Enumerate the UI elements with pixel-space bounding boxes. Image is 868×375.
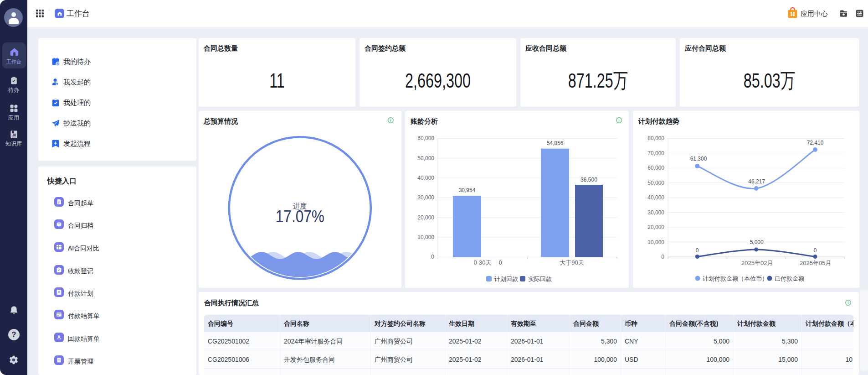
svg-text:2025年05月: 2025年05月 — [800, 260, 831, 266]
svg-text:60,000: 60,000 — [417, 135, 434, 141]
svg-text:10,000: 10,000 — [417, 234, 434, 240]
svg-text:30,954: 30,954 — [459, 187, 476, 193]
svg-text:2025年02月: 2025年02月 — [741, 260, 773, 266]
svg-text:46,217: 46,217 — [748, 178, 765, 185]
svg-text:0: 0 — [431, 254, 434, 260]
svg-text:实际回款: 实际回款 — [528, 276, 552, 282]
svg-text:已付款金额: 已付款金额 — [775, 275, 804, 282]
svg-text:大于90天: 大于90天 — [560, 259, 584, 266]
svg-text:AI: AI — [12, 133, 16, 137]
svg-text:0: 0 — [661, 254, 664, 260]
svg-text:36,500: 36,500 — [580, 177, 597, 183]
svg-text:30,000: 30,000 — [417, 194, 434, 201]
svg-text:0: 0 — [814, 247, 817, 254]
svg-text:60,000: 60,000 — [647, 165, 664, 171]
svg-text:80,000: 80,000 — [647, 135, 664, 141]
svg-text:70,000: 70,000 — [647, 150, 664, 156]
svg-text:61,300: 61,300 — [690, 156, 707, 162]
svg-text:30,000: 30,000 — [647, 209, 664, 216]
svg-text:20,000: 20,000 — [417, 214, 434, 221]
svg-text:72,410: 72,410 — [807, 140, 824, 146]
svg-text:20,000: 20,000 — [647, 224, 664, 230]
svg-text:10,000: 10,000 — [647, 239, 664, 245]
svg-text:40,000: 40,000 — [647, 194, 664, 201]
svg-text:50,000: 50,000 — [417, 155, 434, 161]
svg-text:50,000: 50,000 — [647, 180, 664, 186]
svg-text:54,856: 54,856 — [547, 140, 564, 146]
svg-text:计划付款金额（本位币）: 计划付款金额（本位币） — [703, 275, 768, 282]
svg-text:5,000: 5,000 — [750, 239, 764, 245]
svg-text:计划回款: 计划回款 — [494, 276, 518, 282]
svg-text:0: 0 — [499, 260, 502, 266]
svg-text:17.07%: 17.07% — [276, 207, 324, 226]
svg-text:0-30天: 0-30天 — [473, 259, 491, 266]
svg-text:0: 0 — [696, 247, 699, 254]
svg-text:40,000: 40,000 — [417, 175, 434, 181]
